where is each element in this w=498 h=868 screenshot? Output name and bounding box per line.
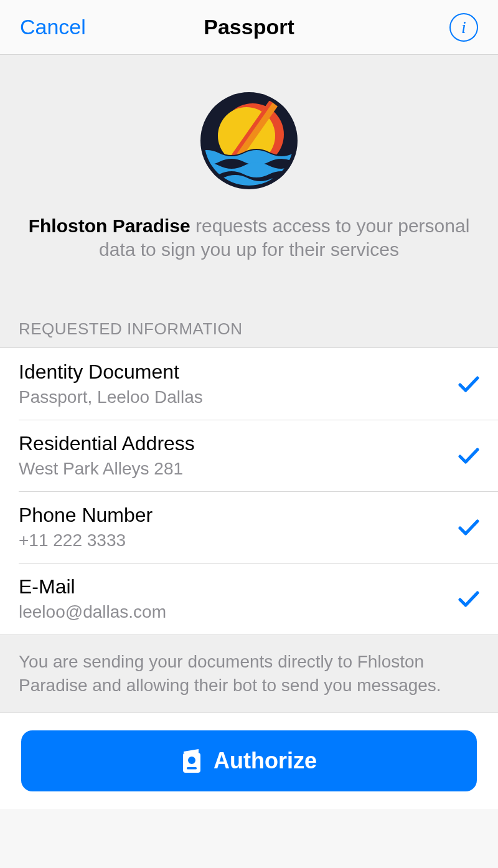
section-header: REQUESTED INFORMATION: [0, 280, 498, 347]
svg-point-7: [188, 757, 195, 764]
service-logo: [200, 92, 298, 189]
hero-text: Fhloston Paradise requests access to you…: [25, 214, 473, 261]
footer-text: You are sending your documents directly …: [0, 635, 498, 713]
row-title: E-Mail: [19, 575, 446, 598]
row-subtitle: +11 222 3333: [19, 531, 446, 550]
row-residential-address[interactable]: Residential Address West Park Alleys 281: [0, 420, 498, 491]
row-subtitle: West Park Alleys 281: [19, 459, 446, 479]
row-subtitle: leeloo@dallas.com: [19, 602, 446, 622]
row-identity-document[interactable]: Identity Document Passport, Leeloo Dalla…: [0, 348, 498, 420]
info-button[interactable]: i: [449, 13, 478, 42]
row-email[interactable]: E-Mail leeloo@dallas.com: [0, 563, 498, 634]
row-title: Phone Number: [19, 504, 446, 527]
requester-name: Fhloston Paradise: [29, 215, 190, 236]
authorize-label: Authorize: [214, 748, 317, 774]
svg-rect-8: [187, 767, 197, 770]
info-icon: i: [461, 19, 466, 36]
passport-icon: [181, 748, 202, 774]
row-subtitle: Passport, Leeloo Dallas: [19, 387, 446, 407]
row-title: Residential Address: [19, 432, 446, 455]
checkmark-icon: [458, 590, 479, 608]
row-title: Identity Document: [19, 361, 446, 384]
checkmark-icon: [458, 375, 479, 393]
page-title: Passport: [204, 15, 294, 39]
requested-list: Identity Document Passport, Leeloo Dalla…: [0, 347, 498, 635]
authorize-button[interactable]: Authorize: [21, 730, 477, 791]
hero-section: Fhloston Paradise requests access to you…: [0, 55, 498, 280]
row-phone-number[interactable]: Phone Number +11 222 3333: [0, 491, 498, 563]
checkmark-icon: [458, 447, 479, 465]
logo-wrap: [25, 92, 473, 189]
cancel-button[interactable]: Cancel: [20, 15, 86, 39]
nav-bar: Cancel Passport i: [0, 0, 498, 55]
checkmark-icon: [458, 519, 479, 536]
button-wrap: Authorize: [0, 713, 498, 809]
